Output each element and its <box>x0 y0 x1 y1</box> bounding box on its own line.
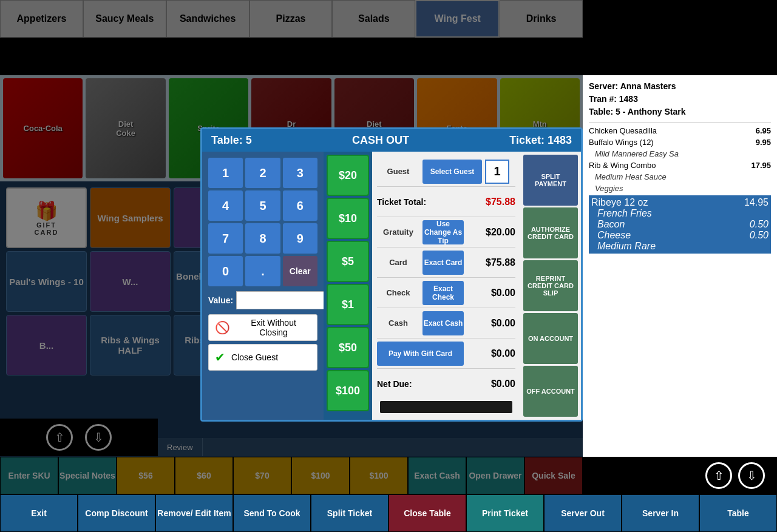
order-item-rib-wing: Rib & Wing Combo 17.95 <box>589 160 771 171</box>
order-item-mild: Mild Mannered Easy Sa <box>589 148 771 160</box>
numpad-1[interactable]: 1 <box>208 158 243 188</box>
remove-edit-button[interactable]: Remove/ Edit Item <box>155 494 233 532</box>
order-table: Table: 5 - Anthony Stark <box>589 107 771 116</box>
numpad-0[interactable]: 0 <box>208 256 243 286</box>
order-server: Server: Anna Masters <box>589 81 771 91</box>
authorize-cc-button[interactable]: AUTHORIZE CREDIT CARD <box>523 207 578 258</box>
off-account-button[interactable]: OFF ACCOUNT <box>523 366 578 417</box>
exact-cash-modal-button[interactable]: Exact Cash <box>422 311 464 335</box>
exact-check-button[interactable]: Exact Check <box>422 281 464 305</box>
numpad-5[interactable]: 5 <box>245 190 280 221</box>
cashout-title: CASH OUT <box>352 134 409 147</box>
use-change-tip-button[interactable]: Use Change As Tip <box>422 220 464 244</box>
order-item-veggies: Veggies <box>589 183 771 194</box>
close-table-button[interactable]: Close Table <box>388 494 466 532</box>
split-ticket-button[interactable]: Split Ticket <box>311 494 388 532</box>
value-label: Value: <box>208 295 233 305</box>
print-ticket-button[interactable]: Print Ticket <box>466 494 544 532</box>
denom-20-button[interactable]: $20 <box>327 155 369 196</box>
cashout-ticket-label: Ticket: 1483 <box>509 134 572 147</box>
numpad-2[interactable]: 2 <box>245 158 280 188</box>
server-in-button[interactable]: Server In <box>622 494 699 532</box>
guest-number: 1 <box>485 160 509 184</box>
ticket-total-row: Ticket Total: $75.88 <box>377 187 515 217</box>
gift-card-row: Pay With Gift Card $0.00 <box>377 338 515 369</box>
on-account-button[interactable]: ON ACCOUNT <box>523 313 578 364</box>
progress-bar <box>380 401 512 413</box>
server-out-button[interactable]: Server Out <box>544 494 622 532</box>
guest-row: Guest Select Guest 1 <box>377 157 515 187</box>
denom-1-button[interactable]: $1 <box>327 284 369 325</box>
denom-100-button[interactable]: $100 <box>327 370 369 411</box>
numpad-6[interactable]: 6 <box>283 190 317 221</box>
cash-payment-row: Cash Exact Cash $0.00 <box>377 308 515 338</box>
card-payment-row: Card Exact Card $75.88 <box>377 247 515 278</box>
numpad-3[interactable]: 3 <box>283 158 317 188</box>
denom-10-button[interactable]: $10 <box>327 198 369 239</box>
numpad-4[interactable]: 4 <box>208 190 243 221</box>
reprint-slip-button[interactable]: REPRINT CREDIT CARD SLIP <box>523 260 578 311</box>
close-guest-button[interactable]: ✔ Close Guest <box>208 344 317 371</box>
check-payment-row: Check Exact Check $0.00 <box>377 278 515 308</box>
comp-discount-button[interactable]: Comp Discount <box>78 494 155 532</box>
numpad-8[interactable]: 8 <box>245 223 280 254</box>
denom-50-button[interactable]: $50 <box>327 327 369 368</box>
select-guest-button[interactable]: Select Guest <box>422 160 482 184</box>
right-scroll-up-btn[interactable]: ⇧ <box>705 462 732 489</box>
no-icon: 🚫 <box>215 320 230 335</box>
numpad-7[interactable]: 7 <box>208 223 243 254</box>
send-to-cook-button[interactable]: Send To Cook <box>233 494 311 532</box>
split-payment-button[interactable]: SPLIT PAYMENT <box>523 155 578 206</box>
pay-gift-card-button[interactable]: Pay With Gift Card <box>377 342 464 366</box>
numpad-decimal[interactable]: . <box>245 256 280 286</box>
gratuity-row: Gratuity Use Change As Tip $20.00 <box>377 217 515 247</box>
exact-card-button[interactable]: Exact Card <box>422 251 464 275</box>
check-icon: ✔ <box>215 350 225 365</box>
order-item-ribeye: Ribeye 12 oz 14.95 French Fries Bacon0.5… <box>589 195 771 254</box>
exit-button[interactable]: Exit <box>0 494 78 532</box>
order-item-buffalo: Buffalo Wings (12) 9.95 <box>589 136 771 148</box>
table-button[interactable]: Table <box>699 494 777 532</box>
right-scroll-down-btn[interactable]: ⇩ <box>738 462 765 489</box>
order-item-chicken: Chicken Quesadilla 6.95 <box>589 125 771 136</box>
net-due-row: Net Due: $0.00 <box>377 369 515 399</box>
cashout-table-label: Table: 5 <box>211 134 252 147</box>
numpad-clear[interactable]: Clear <box>283 256 317 286</box>
cashout-modal: Table: 5 CASH OUT Ticket: 1483 1 2 3 4 5… <box>200 127 583 422</box>
order-tran: Tran #: 1483 <box>589 94 771 104</box>
denom-5-button[interactable]: $5 <box>327 241 369 282</box>
exit-without-closing-button[interactable]: 🚫 Exit Without Closing <box>208 314 317 341</box>
numpad-9[interactable]: 9 <box>283 223 317 254</box>
order-divider <box>589 122 771 123</box>
order-item-medium-heat: Medium Heat Sauce <box>589 171 771 183</box>
